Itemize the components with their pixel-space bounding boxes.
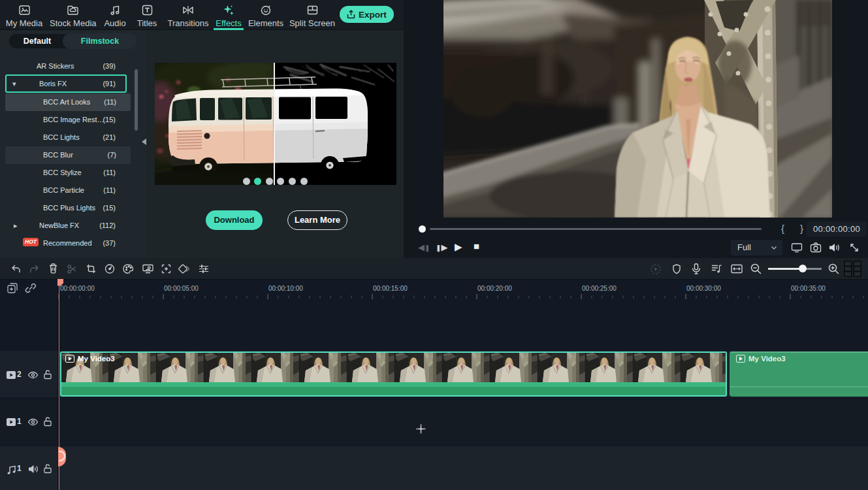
svg-text:00:00:15:00: 00:00:15:00 [373,285,408,292]
svg-text:00:00:25:00: 00:00:25:00 [582,285,617,292]
svg-text:00:00:05:00: 00:00:05:00 [164,285,199,292]
svg-text:00:00:00:00: 00:00:00:00 [60,285,95,292]
svg-text:00:00:10:00: 00:00:10:00 [268,285,303,292]
svg-text:00:00:20:00: 00:00:20:00 [477,285,512,292]
svg-text:00:00:35:00: 00:00:35:00 [791,285,826,292]
svg-text:00:00:30:00: 00:00:30:00 [686,285,721,292]
